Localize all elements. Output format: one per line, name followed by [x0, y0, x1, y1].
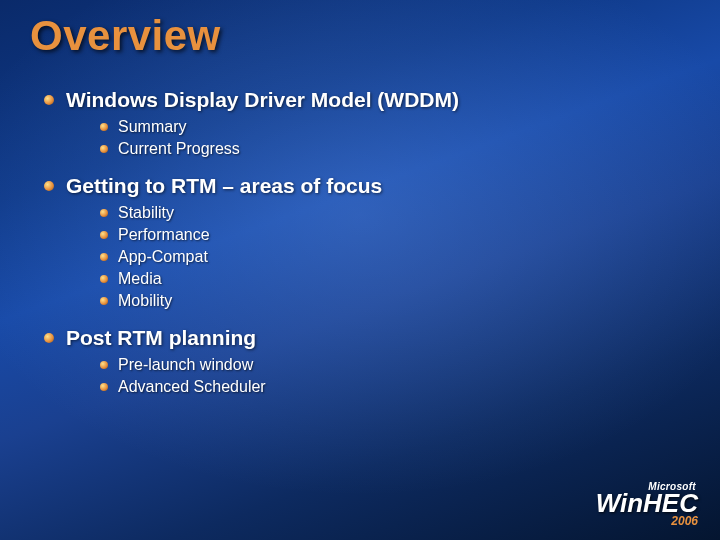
list-item: App-Compat [100, 248, 690, 266]
sub-list: Stability Performance App-Compat Media M… [100, 204, 690, 310]
list-item: Media [100, 270, 690, 288]
sub-list: Summary Current Progress [100, 118, 690, 158]
sub-list: Pre-launch window Advanced Scheduler [100, 356, 690, 396]
winhec-logo: Microsoft WinHEC 2006 [596, 481, 698, 528]
section-heading: Getting to RTM – areas of focus Stabilit… [44, 174, 690, 310]
list-item: Pre-launch window [100, 356, 690, 374]
section-heading-text: Windows Display Driver Model (WDDM) [66, 88, 459, 111]
bullet-list: Windows Display Driver Model (WDDM) Summ… [44, 88, 690, 396]
logo-win-text: Win [596, 488, 643, 518]
list-item: Mobility [100, 292, 690, 310]
list-item: Performance [100, 226, 690, 244]
section-heading: Post RTM planning Pre-launch window Adva… [44, 326, 690, 396]
slide-title: Overview [30, 12, 690, 60]
list-item: Current Progress [100, 140, 690, 158]
section-heading: Windows Display Driver Model (WDDM) Summ… [44, 88, 690, 158]
list-item: Stability [100, 204, 690, 222]
list-item: Summary [100, 118, 690, 136]
slide: Overview Windows Display Driver Model (W… [0, 0, 720, 540]
section-heading-text: Getting to RTM – areas of focus [66, 174, 382, 197]
section-heading-text: Post RTM planning [66, 326, 256, 349]
list-item: Advanced Scheduler [100, 378, 690, 396]
